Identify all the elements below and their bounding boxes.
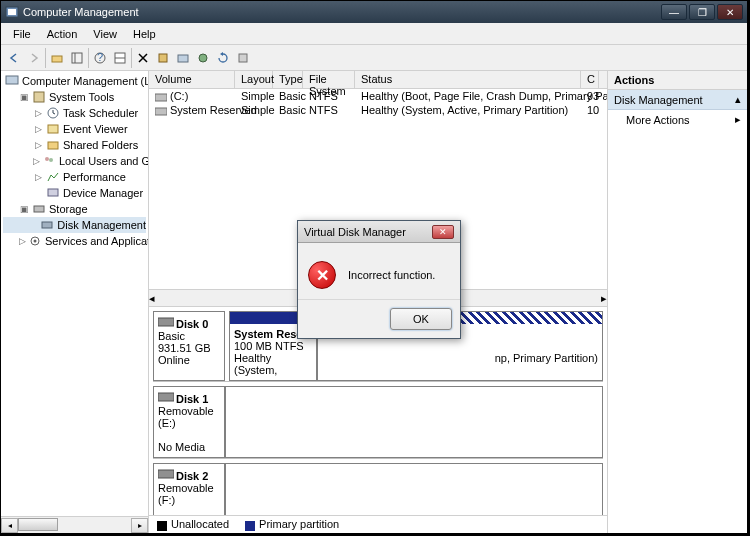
legend: Unallocated Primary partition bbox=[149, 515, 607, 533]
svg-rect-3 bbox=[72, 53, 82, 63]
svg-rect-1 bbox=[8, 9, 16, 15]
col-layout[interactable]: Layout bbox=[235, 71, 273, 88]
dialog-message: Incorrect function. bbox=[348, 269, 435, 281]
tree-services[interactable]: ▷Services and Applications bbox=[3, 233, 146, 249]
disk-header[interactable]: Disk 1 Removable (E:) No Media bbox=[153, 386, 225, 458]
col-status[interactable]: Status bbox=[355, 71, 581, 88]
volume-row[interactable]: (C:) Simple Basic NTFS Healthy (Boot, Pa… bbox=[149, 89, 607, 103]
svg-rect-29 bbox=[158, 470, 174, 478]
refresh-button[interactable] bbox=[214, 49, 232, 67]
tb-btn-2[interactable] bbox=[194, 49, 212, 67]
svg-rect-9 bbox=[159, 54, 167, 62]
tree-hscroll[interactable]: ◂ ▸ bbox=[1, 516, 148, 533]
collapse-icon[interactable]: ▣ bbox=[19, 92, 30, 103]
tree-performance[interactable]: ▷Performance bbox=[3, 169, 146, 185]
tb-btn-1[interactable] bbox=[174, 49, 192, 67]
settings-button[interactable] bbox=[154, 49, 172, 67]
delete-button[interactable] bbox=[134, 49, 152, 67]
svg-rect-22 bbox=[42, 222, 52, 228]
disk-row[interactable]: Disk 1 Removable (E:) No Media bbox=[153, 386, 603, 459]
svg-rect-26 bbox=[155, 108, 167, 115]
menu-help[interactable]: Help bbox=[125, 26, 164, 42]
show-hide-button[interactable] bbox=[68, 49, 86, 67]
chevron-up-icon: ▴ bbox=[735, 93, 741, 106]
svg-rect-14 bbox=[34, 92, 44, 102]
expand-icon[interactable]: ▷ bbox=[33, 124, 44, 135]
properties-button[interactable]: ? bbox=[91, 49, 109, 67]
tree-system-tools[interactable]: ▣System Tools bbox=[3, 89, 146, 105]
tree-storage[interactable]: ▣Storage bbox=[3, 201, 146, 217]
app-icon bbox=[5, 5, 19, 19]
storage-icon bbox=[32, 202, 46, 216]
layout-button[interactable] bbox=[111, 49, 129, 67]
expand-icon[interactable]: ▷ bbox=[33, 140, 44, 151]
actions-category[interactable]: Disk Management▴ bbox=[608, 90, 747, 110]
svg-point-24 bbox=[34, 240, 37, 243]
gear-icon bbox=[28, 234, 42, 248]
menubar: File Action View Help bbox=[1, 23, 747, 45]
volume-list-header: Volume Layout Type File System Status C bbox=[149, 71, 607, 89]
col-volume[interactable]: Volume bbox=[149, 71, 235, 88]
titlebar[interactable]: Computer Management — ❐ ✕ bbox=[1, 1, 747, 23]
chart-icon bbox=[46, 170, 60, 184]
tree-task-scheduler[interactable]: ▷Task Scheduler bbox=[3, 105, 146, 121]
tree-local-users[interactable]: ▷Local Users and Groups bbox=[3, 153, 146, 169]
svg-rect-20 bbox=[48, 189, 58, 196]
svg-rect-21 bbox=[34, 206, 44, 212]
no-media-area[interactable] bbox=[225, 463, 603, 515]
expand-icon[interactable]: ▷ bbox=[33, 172, 44, 183]
tree-root[interactable]: Computer Management (Local) bbox=[3, 73, 146, 89]
tree-shared-folders[interactable]: ▷Shared Folders bbox=[3, 137, 146, 153]
legend-swatch-unallocated bbox=[157, 521, 167, 531]
menu-action[interactable]: Action bbox=[39, 26, 86, 42]
svg-text:?: ? bbox=[97, 52, 103, 63]
maximize-button[interactable]: ❐ bbox=[689, 4, 715, 20]
close-button[interactable]: ✕ bbox=[717, 4, 743, 20]
disk-icon bbox=[158, 468, 174, 480]
chevron-right-icon: ▸ bbox=[735, 113, 741, 126]
forward-button[interactable] bbox=[25, 49, 43, 67]
col-c[interactable]: C bbox=[581, 71, 599, 88]
scroll-left-button[interactable]: ◂ bbox=[1, 518, 18, 533]
svg-rect-28 bbox=[158, 393, 174, 401]
svg-rect-2 bbox=[52, 56, 62, 62]
tree-event-viewer[interactable]: ▷Event Viewer bbox=[3, 121, 146, 137]
svg-rect-17 bbox=[48, 142, 58, 149]
no-media-area[interactable] bbox=[225, 386, 603, 458]
tree-disk-management[interactable]: Disk Management bbox=[3, 217, 146, 233]
tree-device-manager[interactable]: Device Manager bbox=[3, 185, 146, 201]
drive-icon bbox=[155, 106, 167, 116]
scroll-right-button[interactable]: ▸ bbox=[131, 518, 148, 533]
back-button[interactable] bbox=[5, 49, 23, 67]
action-more[interactable]: More Actions▸ bbox=[608, 110, 747, 129]
tb-btn-3[interactable] bbox=[234, 49, 252, 67]
disk-icon bbox=[158, 391, 174, 403]
col-fs[interactable]: File System bbox=[303, 71, 355, 88]
scroll-thumb[interactable] bbox=[18, 518, 58, 531]
collapse-icon[interactable]: ▣ bbox=[19, 204, 30, 215]
drive-icon bbox=[155, 92, 167, 102]
disk-header[interactable]: Disk 0 Basic 931.51 GB Online bbox=[153, 311, 225, 381]
disk-icon bbox=[158, 316, 174, 328]
ok-button[interactable]: OK bbox=[390, 308, 452, 330]
legend-swatch-primary bbox=[245, 521, 255, 531]
expand-icon[interactable]: ▷ bbox=[33, 156, 40, 167]
scroll-right-button[interactable]: ▸ bbox=[601, 292, 607, 305]
actions-pane: Actions Disk Management▴ More Actions▸ bbox=[607, 71, 747, 533]
disk-row[interactable]: Disk 2 Removable (F:) No Media bbox=[153, 463, 603, 515]
expand-icon[interactable]: ▷ bbox=[19, 236, 26, 247]
menu-view[interactable]: View bbox=[85, 26, 125, 42]
dialog-titlebar[interactable]: Virtual Disk Manager ✕ bbox=[298, 221, 460, 243]
scroll-left-button[interactable]: ◂ bbox=[149, 292, 155, 305]
dialog-close-button[interactable]: ✕ bbox=[432, 225, 454, 239]
menu-file[interactable]: File bbox=[5, 26, 39, 42]
minimize-button[interactable]: — bbox=[661, 4, 687, 20]
up-button[interactable] bbox=[48, 49, 66, 67]
tools-icon bbox=[32, 90, 46, 104]
folder-icon bbox=[46, 138, 60, 152]
disk-header[interactable]: Disk 2 Removable (F:) No Media bbox=[153, 463, 225, 515]
expand-icon[interactable]: ▷ bbox=[33, 108, 44, 119]
toolbar-sep2 bbox=[88, 48, 89, 68]
col-type[interactable]: Type bbox=[273, 71, 303, 88]
volume-row[interactable]: System Reserved Simple Basic NTFS Health… bbox=[149, 103, 607, 117]
